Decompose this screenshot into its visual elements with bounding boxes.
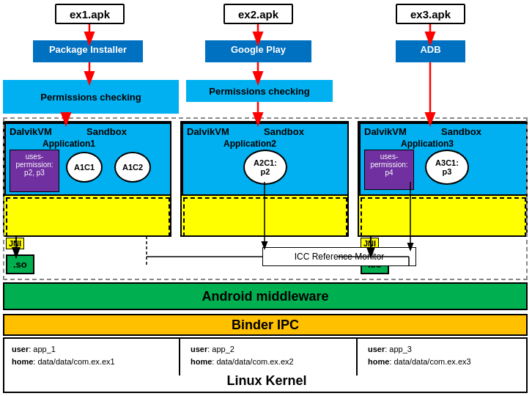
app-label-1: Application1 <box>43 139 95 149</box>
apk-ex1: ex1.apk <box>55 4 125 24</box>
apk-ex3: ex3.apk <box>396 4 465 24</box>
uses-permission-1: uses- permission: p2, p3 <box>10 150 59 192</box>
sandbox-label-3: Sandbox <box>441 126 481 137</box>
linux-cell-3: user: app_3 home: data/data/com.ex.ex3 <box>363 340 526 370</box>
app-label-2: Application2 <box>223 139 276 149</box>
linux-cell-1: user: app_1 home: data/data/com.ex.ex1 <box>7 340 177 370</box>
dalvik-label-3: DalvikVM <box>364 126 407 137</box>
sandbox-2: DalvikVM Sandbox Application2 A2C1: p2 <box>180 121 349 237</box>
dalvik-1: DalvikVM Sandbox Application1 uses- perm… <box>4 122 171 196</box>
dashed-1 <box>6 197 170 237</box>
dalvik-2: DalvikVM Sandbox Application2 A2C1: p2 <box>182 122 349 196</box>
linux-cell-2: user: app_2 home: data/data/com.ex.ex2 <box>186 340 356 370</box>
adb: ADB <box>396 40 465 62</box>
google-play: Google Play <box>205 40 311 62</box>
permissions-checking-1: Permissions checking <box>3 80 179 114</box>
so-box-1: .so <box>6 254 34 274</box>
sandbox-label-2: Sandbox <box>264 126 304 137</box>
uses-permission-3: uses- permission: p4 <box>364 150 414 190</box>
linux-kernel-title: Linux Kernel <box>4 373 529 389</box>
component-a3c1: A3C1: p3 <box>425 150 469 185</box>
component-a1c2: A1C2 <box>114 152 151 183</box>
dashed-2 <box>183 197 347 237</box>
dashed-3 <box>361 197 526 237</box>
sandbox-3: DalvikVM Sandbox Application3 uses- perm… <box>358 121 528 237</box>
package-installer: Package Installer <box>33 40 143 62</box>
dalvik-3: DalvikVM Sandbox Application3 uses- perm… <box>359 122 528 196</box>
jni-label-1: JNI <box>6 238 24 249</box>
app-label-3: Application3 <box>401 139 454 149</box>
dalvik-label-2: DalvikVM <box>187 126 229 137</box>
component-a2c1: A2C1: p2 <box>243 150 287 185</box>
permissions-checking-2: Permissions checking <box>186 80 333 102</box>
component-a1c1: A1C1 <box>66 152 103 183</box>
diagram: ex1.apk ex2.apk ex3.apk Package Installe… <box>0 0 532 396</box>
sandbox-label-1: Sandbox <box>86 126 127 137</box>
binder-ipc: Binder IPC <box>3 314 528 336</box>
sandbox-1: DalvikVM Sandbox Application1 uses- perm… <box>3 121 171 237</box>
apk-ex2: ex2.apk <box>223 4 293 24</box>
dalvik-label-1: DalvikVM <box>10 126 52 137</box>
linux-kernel: user: app_1 home: data/data/com.ex.ex1 u… <box>3 337 528 393</box>
icc-reference-monitor: ICC Reference Monitor <box>262 247 416 266</box>
android-middleware: Android middleware <box>3 282 528 310</box>
